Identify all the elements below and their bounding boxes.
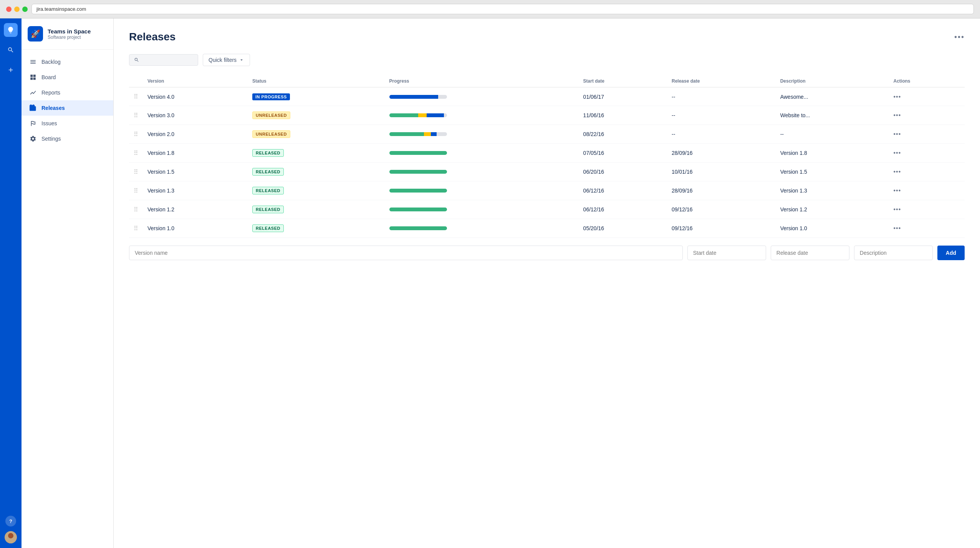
search-input[interactable] — [142, 57, 193, 63]
drag-handle-icon[interactable]: ⠿ — [134, 93, 138, 100]
drag-handle-icon[interactable]: ⠿ — [134, 150, 138, 156]
version-cell: Version 3.0 — [143, 106, 248, 125]
minimize-dot[interactable] — [14, 7, 20, 12]
row-actions-button[interactable]: ••• — [894, 168, 901, 175]
drag-handle-cell[interactable]: ⠿ — [129, 200, 143, 219]
sidebar-item-label-settings: Settings — [41, 136, 61, 142]
row-actions-button[interactable]: ••• — [894, 187, 901, 194]
progress-green — [389, 226, 447, 230]
status-badge: RELEASED — [252, 149, 284, 157]
more-options-button[interactable]: ••• — [954, 33, 965, 42]
progress-cell — [385, 144, 579, 163]
drag-handle-cell[interactable]: ⠿ — [129, 106, 143, 125]
actions-cell[interactable]: ••• — [889, 144, 965, 163]
table-body: ⠿ Version 4.0 IN PROGRESS 01/06/17 -- Aw… — [129, 87, 965, 238]
actions-cell[interactable]: ••• — [889, 125, 965, 144]
progress-cell — [385, 106, 579, 125]
release-date-cell: 09/12/16 — [667, 200, 776, 219]
progress-blue — [427, 113, 444, 117]
close-dot[interactable] — [6, 7, 12, 12]
row-actions-button[interactable]: ••• — [894, 131, 901, 137]
version-cell: Version 4.0 — [143, 87, 248, 106]
sidebar-item-releases[interactable]: Releases — [22, 100, 113, 116]
maximize-dot[interactable] — [22, 7, 28, 12]
actions-cell[interactable]: ••• — [889, 219, 965, 238]
row-actions-button[interactable]: ••• — [894, 112, 901, 118]
table-row: ⠿ Version 4.0 IN PROGRESS 01/06/17 -- Aw… — [129, 87, 965, 106]
row-actions-button[interactable]: ••• — [894, 93, 901, 100]
help-icon[interactable]: ? — [5, 516, 16, 526]
description-cell: Version 1.8 — [776, 144, 889, 163]
search-box[interactable] — [129, 54, 198, 66]
address-bar[interactable]: jira.teamsinspace.com — [31, 4, 974, 14]
sidebar-item-settings[interactable]: Settings — [22, 131, 113, 146]
svg-point-0 — [8, 533, 13, 538]
browser-chrome: jira.teamsinspace.com — [0, 0, 980, 18]
app: ? 🚀 Teams in Space Software project Back… — [0, 18, 980, 548]
sidebar-item-backlog[interactable]: Backlog — [22, 54, 113, 70]
actions-cell[interactable]: ••• — [889, 106, 965, 125]
row-actions-button[interactable]: ••• — [894, 225, 901, 231]
row-actions-button[interactable]: ••• — [894, 149, 901, 156]
drag-handle-cell[interactable]: ⠿ — [129, 219, 143, 238]
progress-bar — [389, 226, 447, 230]
main-content: Releases ••• Quick filters Version — [114, 18, 980, 548]
release-date-input[interactable] — [771, 246, 849, 260]
progress-bar — [389, 113, 447, 117]
description-cell: Version 1.5 — [776, 163, 889, 181]
status-badge: RELEASED — [252, 187, 284, 194]
col-version: Version — [143, 75, 248, 87]
sidebar-item-board[interactable]: Board — [22, 70, 113, 85]
drag-handle-cell[interactable]: ⠿ — [129, 181, 143, 200]
drag-handle-icon[interactable]: ⠿ — [134, 112, 138, 119]
user-avatar[interactable] — [5, 531, 17, 543]
table-row: ⠿ Version 3.0 UNRELEASED 11/06/16 -- Web… — [129, 106, 965, 125]
status-badge: UNRELEASED — [252, 111, 290, 119]
description-input[interactable] — [854, 246, 933, 260]
drag-handle-icon[interactable]: ⠿ — [134, 206, 138, 213]
table-row: ⠿ Version 1.3 RELEASED 06/12/16 28/09/16… — [129, 181, 965, 200]
progress-green — [389, 113, 418, 117]
progress-cell — [385, 219, 579, 238]
drag-handle-icon[interactable]: ⠿ — [134, 188, 138, 194]
progress-bar — [389, 95, 447, 99]
add-button[interactable]: Add — [937, 246, 965, 260]
actions-cell[interactable]: ••• — [889, 163, 965, 181]
actions-cell[interactable]: ••• — [889, 87, 965, 106]
release-date-cell: -- — [667, 125, 776, 144]
status-cell: IN PROGRESS — [248, 87, 384, 106]
add-rail-icon[interactable] — [4, 63, 18, 77]
drag-handle-icon[interactable]: ⠿ — [134, 225, 138, 232]
col-start-date: Start date — [579, 75, 667, 87]
drag-handle-cell[interactable]: ⠿ — [129, 87, 143, 106]
sidebar-item-issues[interactable]: Issues — [22, 116, 113, 131]
drag-handle-cell[interactable]: ⠿ — [129, 125, 143, 144]
quick-filters-button[interactable]: Quick filters — [203, 54, 250, 66]
sidebar-item-label-reports: Reports — [41, 90, 60, 96]
description-cell: Version 1.3 — [776, 181, 889, 200]
search-rail-icon[interactable] — [4, 43, 18, 57]
release-date-cell: -- — [667, 106, 776, 125]
description-cell: Website to... — [776, 106, 889, 125]
progress-bar — [389, 189, 447, 193]
app-logo[interactable] — [4, 23, 18, 37]
release-date-cell: 28/09/16 — [667, 181, 776, 200]
col-release-date: Release date — [667, 75, 776, 87]
actions-cell[interactable]: ••• — [889, 200, 965, 219]
progress-blue — [389, 95, 439, 99]
drag-handle-cell[interactable]: ⠿ — [129, 163, 143, 181]
progress-green — [389, 189, 447, 193]
drag-handle-cell[interactable]: ⠿ — [129, 144, 143, 163]
sidebar-item-reports[interactable]: Reports — [22, 85, 113, 100]
status-badge: RELEASED — [252, 168, 284, 176]
actions-cell[interactable]: ••• — [889, 181, 965, 200]
drag-handle-icon[interactable]: ⠿ — [134, 131, 138, 138]
table-row: ⠿ Version 1.8 RELEASED 07/05/16 28/09/16… — [129, 144, 965, 163]
release-date-cell: 09/12/16 — [667, 219, 776, 238]
start-date-input[interactable] — [687, 246, 766, 260]
sidebar: 🚀 Teams in Space Software project Backlo… — [22, 18, 114, 548]
drag-handle-icon[interactable]: ⠿ — [134, 169, 138, 175]
row-actions-button[interactable]: ••• — [894, 206, 901, 213]
version-name-input[interactable] — [129, 246, 683, 260]
col-description: Description — [776, 75, 889, 87]
